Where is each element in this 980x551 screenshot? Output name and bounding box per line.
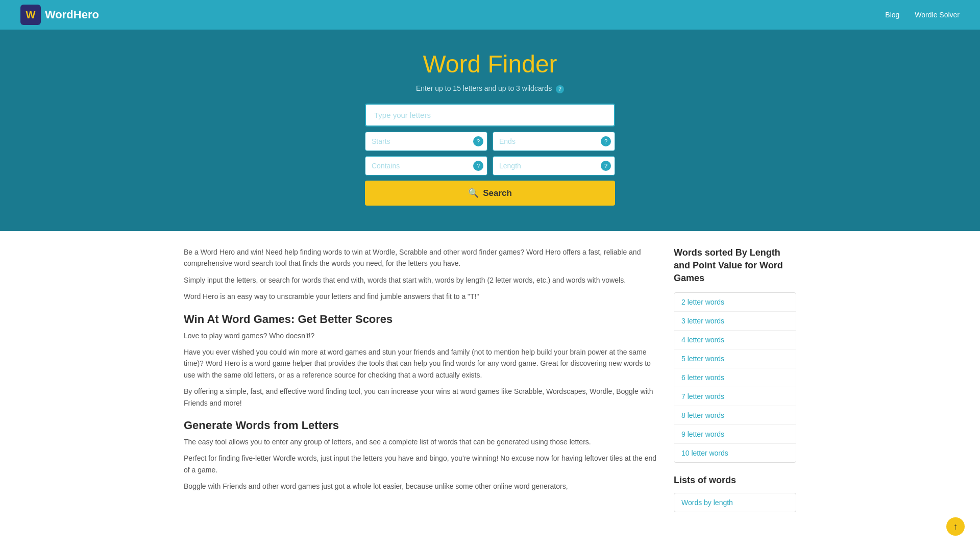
- main-letters-input[interactable]: [365, 104, 615, 127]
- word-length-link[interactable]: 3 letter words: [674, 312, 796, 331]
- section2-para-3: Boggle with Friends and other word games…: [184, 481, 658, 492]
- starts-ends-row: ? ?: [365, 132, 615, 151]
- lists-of-words-heading: Lists of words: [674, 475, 796, 486]
- hero-section: Word Finder Enter up to 15 letters and u…: [0, 30, 980, 231]
- search-form: ? ? ? ? 🔍 Search: [365, 104, 615, 206]
- section1-para-2: Have you ever wished you could win more …: [184, 346, 658, 381]
- contains-length-row: ? ?: [365, 156, 615, 176]
- search-button[interactable]: 🔍 Search: [365, 181, 615, 206]
- logo-area[interactable]: W WordHero: [20, 5, 99, 25]
- contains-help-icon[interactable]: ?: [473, 161, 483, 171]
- word-length-link[interactable]: 8 letter words: [674, 406, 796, 425]
- word-length-list: 2 letter words3 letter words4 letter wor…: [674, 292, 796, 463]
- search-button-label: Search: [483, 188, 512, 198]
- length-input[interactable]: [493, 156, 615, 176]
- section2-para-1: The easy tool allows you to enter any gr…: [184, 436, 658, 447]
- wildcard-help-icon[interactable]: ?: [556, 85, 564, 93]
- section1-para-3: By offering a simple, fast, and effectiv…: [184, 386, 658, 409]
- starts-input[interactable]: [365, 132, 487, 151]
- intro-para-2: Simply input the letters, or search for …: [184, 274, 658, 286]
- logo-icon: W: [20, 5, 41, 25]
- content-right: Words sorted By Length and Point Value f…: [674, 246, 796, 524]
- word-length-link[interactable]: 6 letter words: [674, 368, 796, 387]
- lists-link[interactable]: Words by length: [674, 493, 796, 512]
- lists-of-words-list: Words by length: [674, 493, 796, 512]
- scroll-top-icon: ↑: [953, 521, 958, 532]
- section1-para-1: Love to play word games? Who doesn't!?: [184, 330, 658, 341]
- site-header: W WordHero Blog Wordle Solver: [0, 0, 980, 30]
- content-left: Be a Word Hero and win! Need help findin…: [184, 246, 658, 524]
- blog-link[interactable]: Blog: [885, 11, 899, 19]
- contains-wrap: ?: [365, 156, 487, 176]
- starts-help-icon[interactable]: ?: [473, 136, 483, 146]
- word-length-link[interactable]: 7 letter words: [674, 387, 796, 406]
- main-content: Be a Word Hero and win! Need help findin…: [163, 231, 817, 540]
- ends-help-icon[interactable]: ?: [601, 136, 611, 146]
- contains-input[interactable]: [365, 156, 487, 176]
- length-help-icon[interactable]: ?: [601, 161, 611, 171]
- main-input-wrap: [365, 104, 615, 127]
- starts-wrap: ?: [365, 132, 487, 151]
- search-icon: 🔍: [468, 188, 479, 198]
- scroll-to-top-button[interactable]: ↑: [946, 517, 965, 536]
- header-nav: Blog Wordle Solver: [885, 11, 960, 19]
- intro-para-1: Be a Word Hero and win! Need help findin…: [184, 246, 658, 269]
- ends-input[interactable]: [493, 132, 615, 151]
- word-length-link[interactable]: 2 letter words: [674, 293, 796, 312]
- word-length-link[interactable]: 4 letter words: [674, 331, 796, 349]
- section2-heading: Generate Words from Letters: [184, 419, 658, 432]
- hero-title: Word Finder: [10, 50, 970, 78]
- words-by-length-heading: Words sorted By Length and Point Value f…: [674, 246, 796, 285]
- word-length-link[interactable]: 9 letter words: [674, 425, 796, 444]
- wordle-solver-link[interactable]: Wordle Solver: [915, 11, 960, 19]
- length-wrap: ?: [493, 156, 615, 176]
- logo-icon-letter: W: [26, 9, 36, 21]
- word-length-link[interactable]: 5 letter words: [674, 349, 796, 368]
- logo-text: WordHero: [45, 8, 99, 21]
- intro-para-3: Word Hero is an easy way to unscramble y…: [184, 291, 658, 302]
- section2-para-2: Perfect for finding five-letter Wordle w…: [184, 453, 658, 475]
- word-length-link[interactable]: 10 letter words: [674, 444, 796, 462]
- ends-wrap: ?: [493, 132, 615, 151]
- section1-heading: Win At Word Games: Get Better Scores: [184, 313, 658, 326]
- hero-subtitle: Enter up to 15 letters and up to 3 wildc…: [10, 84, 970, 93]
